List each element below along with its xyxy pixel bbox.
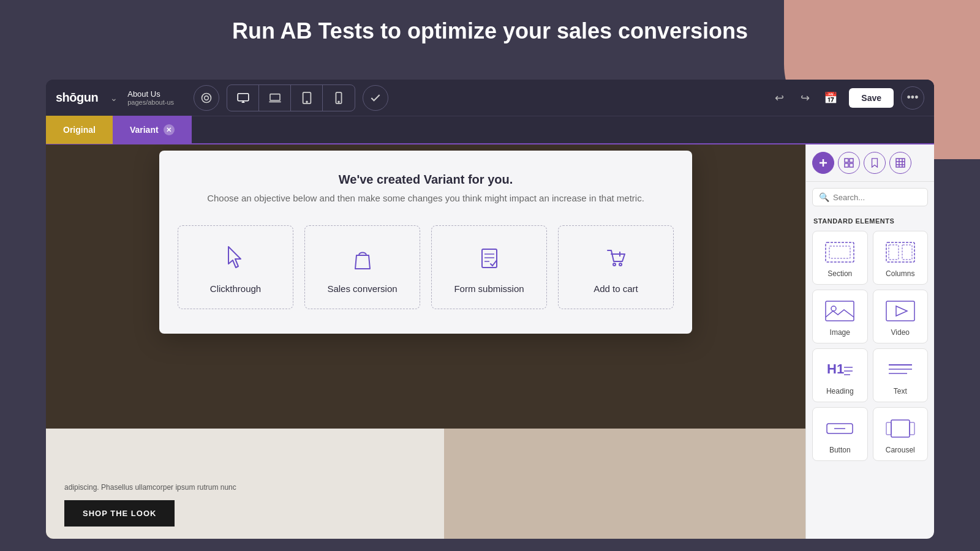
svg-point-1	[202, 93, 211, 102]
section-element-label: Section	[827, 269, 852, 278]
history-button[interactable]: 📅	[820, 87, 842, 109]
objective-card-form[interactable]: Form submission	[431, 225, 547, 309]
svg-rect-22	[850, 159, 853, 162]
video-element-icon	[885, 299, 916, 323]
objective-card-clickthrough[interactable]: Clickthrough	[178, 225, 293, 309]
objective-card-sales[interactable]: Sales conversion	[304, 225, 420, 309]
save-button[interactable]: Save	[849, 88, 894, 108]
svg-rect-2	[238, 93, 249, 100]
objective-cards: Clickthrough Sales conversion	[178, 225, 674, 309]
svg-rect-11	[482, 249, 497, 268]
editor-body: We've created Variant for you. Choose an…	[46, 144, 934, 539]
check-button[interactable]	[363, 85, 388, 111]
page-info: About Us pages/about-us	[127, 89, 174, 106]
desktop-view-btn[interactable]	[227, 85, 259, 111]
variant-modal: We've created Variant for you. Choose an…	[159, 151, 692, 334]
page-bottom-text: adipiscing. Phasellus ullamcorper ipsum …	[64, 483, 426, 492]
form-label: Form submission	[454, 283, 524, 294]
form-icon	[475, 244, 504, 274]
section-element-icon	[824, 240, 855, 264]
add-to-cart-label: Add to cart	[594, 283, 638, 294]
objective-card-cart[interactable]: Add to cart	[558, 225, 674, 309]
svg-point-10	[338, 101, 339, 102]
element-card-text[interactable]: Text	[873, 348, 929, 402]
element-card-button[interactable]: Button	[812, 407, 868, 461]
preview-button[interactable]	[194, 85, 219, 111]
svg-point-8	[306, 101, 307, 102]
svg-rect-24	[850, 163, 853, 167]
svg-point-16	[619, 263, 622, 266]
bag-icon	[348, 244, 377, 274]
mobile-view-btn[interactable]	[323, 85, 355, 111]
add-element-button[interactable]	[812, 152, 834, 174]
element-card-section[interactable]: Section	[812, 231, 868, 285]
button-element-icon	[824, 416, 855, 441]
variant-tab-close[interactable]: ✕	[164, 124, 175, 135]
variant-tab-label: Variant	[130, 125, 159, 135]
svg-rect-49	[886, 422, 891, 435]
table-button[interactable]	[889, 152, 911, 174]
svg-rect-23	[845, 163, 848, 167]
page-bottom-left: adipiscing. Phasellus ullamcorper ipsum …	[46, 429, 444, 539]
svg-point-15	[613, 263, 616, 266]
svg-rect-31	[829, 246, 850, 258]
search-input[interactable]	[833, 193, 934, 202]
svg-rect-34	[902, 245, 912, 260]
elements-section-label: STANDARD ELEMENTS	[806, 212, 934, 228]
carousel-element-icon	[885, 416, 916, 441]
columns-element-icon	[885, 240, 916, 264]
variant-modal-subtitle: Choose an objective below and then make …	[178, 193, 674, 203]
laptop-view-btn[interactable]	[259, 85, 291, 111]
video-element-label: Video	[891, 328, 910, 337]
variant-tab[interactable]: Variant ✕	[113, 116, 192, 144]
elements-grid: Section Columns	[806, 228, 934, 467]
page-name: About Us	[127, 89, 174, 99]
tablet-view-btn[interactable]	[291, 85, 323, 111]
columns-element-label: Columns	[886, 269, 914, 278]
cart-icon	[601, 244, 631, 274]
element-card-carousel[interactable]: Carousel	[873, 407, 929, 461]
shop-the-look-button[interactable]: SHOP THE LOOK	[64, 500, 175, 527]
svg-rect-37	[886, 301, 914, 321]
device-selector	[227, 84, 355, 111]
element-card-heading[interactable]: H1 Heading	[812, 348, 868, 402]
logo: shōgun	[56, 91, 98, 105]
text-element-icon	[885, 358, 916, 382]
button-element-label: Button	[829, 446, 851, 454]
svg-rect-35	[826, 301, 854, 321]
svg-rect-33	[889, 245, 899, 260]
search-icon: 🔍	[819, 192, 829, 202]
element-card-video[interactable]: Video	[873, 290, 929, 343]
element-card-image[interactable]: Image	[812, 290, 868, 343]
page-bottom-right	[444, 429, 805, 539]
image-element-label: Image	[830, 328, 850, 337]
panel-icons-row	[806, 144, 934, 182]
text-element-label: Text	[894, 387, 907, 395]
svg-rect-32	[886, 242, 914, 262]
variant-modal-title: We've created Variant for you.	[178, 173, 674, 187]
original-tab[interactable]: Original	[46, 116, 113, 144]
svg-rect-50	[910, 422, 914, 435]
heading-element-icon: H1	[824, 358, 855, 382]
panel-search[interactable]: 🔍	[812, 188, 928, 206]
undo-button[interactable]: ↩	[768, 87, 790, 109]
editor-container: shōgun ⌄ About Us pages/about-us	[46, 80, 934, 539]
svg-point-0	[205, 96, 209, 100]
carousel-element-label: Carousel	[886, 446, 915, 454]
svg-rect-5	[270, 94, 280, 100]
page-dropdown-icon[interactable]: ⌄	[110, 93, 118, 103]
bookmark-button[interactable]	[864, 152, 886, 174]
page-bottom-content: adipiscing. Phasellus ullamcorper ipsum …	[46, 429, 805, 539]
more-options-button[interactable]: •••	[901, 86, 924, 110]
sales-label: Sales conversion	[327, 283, 397, 294]
heading-element-label: Heading	[826, 387, 854, 395]
right-panel: 🔍 STANDARD ELEMENTS Section	[805, 144, 934, 539]
element-card-columns[interactable]: Columns	[873, 231, 929, 285]
redo-button[interactable]: ↪	[794, 87, 816, 109]
layout-button[interactable]	[838, 152, 860, 174]
svg-text:H1: H1	[827, 361, 844, 377]
svg-rect-30	[826, 242, 854, 262]
svg-rect-48	[891, 420, 910, 437]
ab-test-tabs: Original Variant ✕	[46, 116, 934, 144]
clickthrough-label: Clickthrough	[210, 283, 261, 294]
